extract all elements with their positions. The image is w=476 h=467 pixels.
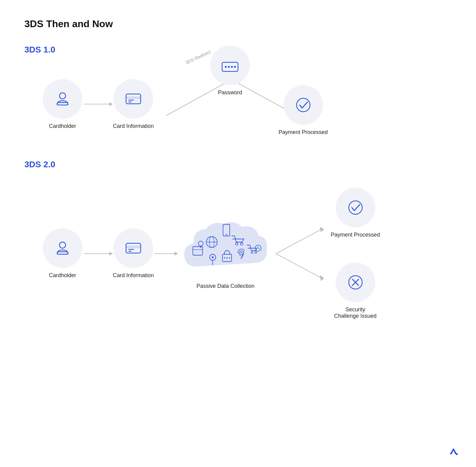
node-card-info-1: Card Information (113, 79, 154, 129)
svg-point-48 (224, 257, 225, 259)
card-icon-2 (124, 239, 142, 257)
svg-rect-19 (57, 252, 68, 254)
svg-point-36 (255, 252, 257, 253)
checkmark-icon-1 (294, 96, 312, 114)
svg-point-17 (297, 98, 310, 112)
section-3ds-2: 3DS 2.0 Cardholder (24, 160, 452, 319)
arrow-card-to-cloud (154, 249, 178, 258)
section-2-heading: 3DS 2.0 (24, 160, 452, 169)
svg-point-42 (198, 241, 203, 246)
x-icon (346, 273, 365, 291)
brand-icon (447, 446, 458, 457)
svg-point-49 (226, 257, 228, 259)
svg-rect-5 (126, 96, 141, 99)
svg-point-33 (236, 243, 238, 245)
svg-marker-52 (320, 227, 324, 232)
svg-marker-27 (175, 252, 178, 255)
svg-point-14 (228, 66, 230, 68)
page-title: 3DS Then and Now (24, 18, 452, 30)
card-info-icon-circle-1 (114, 79, 153, 119)
node-card-info-2: Card Information (113, 228, 154, 279)
cardholder-icon-2 (53, 239, 72, 257)
security-challenge-label: Security Challenge Issued (334, 306, 377, 319)
brand-logo (447, 446, 458, 458)
arrow-1-to-2 (82, 100, 113, 109)
payment-processed-label-1: Payment Processed (279, 129, 328, 136)
svg-marker-21 (109, 252, 113, 255)
card-icon-1 (124, 90, 142, 108)
node-payment-processed-1: Payment Processed (279, 85, 328, 136)
svg-point-0 (60, 93, 66, 99)
svg-line-51 (276, 229, 322, 254)
svg-line-39 (258, 248, 260, 249)
svg-point-18 (60, 242, 66, 248)
arrow-2-cardholder-to-card (82, 249, 113, 258)
section-3ds-1: 3DS 1.0 Cardholder (24, 45, 452, 135)
cardholder-icon-circle-1 (43, 79, 82, 119)
svg-point-34 (240, 243, 243, 245)
password-label: Password (218, 89, 242, 96)
password-icon (221, 56, 239, 74)
branch-arrows-2 (276, 211, 331, 296)
outcomes: Payment Processed Security Challenge Iss… (331, 188, 380, 319)
node-cardholder-2: Cardholder (43, 228, 82, 279)
svg-rect-23 (126, 246, 141, 248)
node-cardholder-1: Cardholder (43, 79, 82, 129)
svg-rect-40 (193, 247, 203, 255)
node-security-challenge: Security Challenge Issued (331, 262, 380, 319)
password-icon-circle (210, 45, 250, 85)
payment-processed-icon-circle-1 (283, 85, 323, 125)
svg-point-13 (225, 66, 227, 68)
svg-marker-3 (109, 102, 113, 106)
payment-processed-icon-circle-2 (336, 188, 375, 227)
cardholder-icon-1 (53, 90, 72, 108)
node-password: Password (210, 45, 250, 96)
card-info-icon-circle-2 (114, 228, 153, 268)
checkmark-icon-2 (346, 198, 365, 217)
security-challenge-icon-circle (336, 262, 375, 302)
node-payment-processed-2: Payment Processed (331, 188, 380, 238)
cardholder-label-2: Cardholder (49, 272, 76, 279)
passive-data-label: Passive Data Collection (197, 283, 254, 289)
svg-point-55 (349, 201, 362, 214)
cardholder-icon-circle-2 (43, 228, 82, 268)
svg-point-16 (234, 66, 236, 68)
svg-line-53 (276, 254, 322, 278)
svg-point-15 (231, 66, 233, 68)
payment-processed-label-2: Payment Processed (331, 232, 380, 238)
svg-point-35 (251, 252, 253, 253)
svg-rect-1 (57, 103, 68, 105)
svg-point-50 (229, 257, 230, 259)
cardholder-label-1: Cardholder (49, 123, 76, 129)
card-info-label-1: Card Information (113, 123, 154, 129)
card-info-label-2: Card Information (113, 272, 154, 279)
svg-point-46 (212, 256, 214, 258)
svg-marker-54 (320, 275, 324, 281)
node-passive-data: Passive Data Collection (178, 218, 273, 289)
cloud-icons (178, 218, 273, 279)
